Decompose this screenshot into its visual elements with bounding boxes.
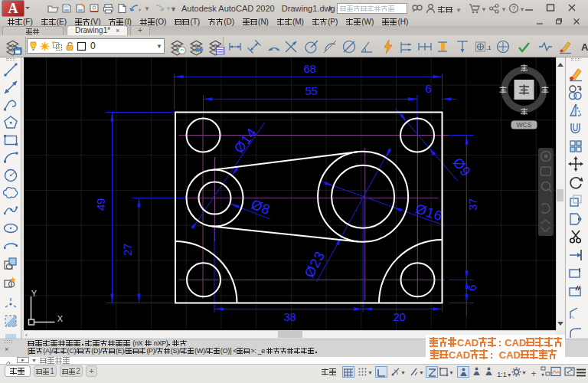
svg-text:Y: Y [31, 289, 37, 298]
svg-text:WCS: WCS [516, 121, 531, 129]
svg-text:6: 6 [465, 285, 478, 291]
svg-text:?: ? [512, 5, 516, 12]
svg-text:38: 38 [283, 310, 296, 323]
svg-text:X: X [57, 314, 63, 323]
svg-text:49: 49 [93, 198, 106, 211]
svg-text:20: 20 [393, 310, 405, 323]
svg-text:37: 37 [466, 198, 479, 211]
svg-text:A: A [581, 41, 588, 53]
svg-text:.1: .1 [486, 44, 491, 51]
svg-text:6: 6 [425, 82, 431, 95]
svg-text:55: 55 [305, 84, 317, 97]
svg-text:27: 27 [120, 244, 133, 256]
svg-text:68: 68 [303, 62, 315, 75]
